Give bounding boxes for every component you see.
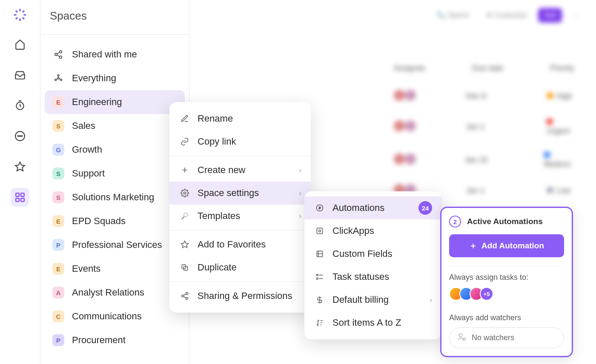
sidebar-item-label: Events bbox=[72, 263, 100, 274]
space-settings-submenu: Automations24ClickAppsCustom FieldsTask … bbox=[304, 191, 441, 339]
svg-point-2 bbox=[18, 136, 19, 136]
sidebar-item-label: Support bbox=[72, 168, 105, 179]
sidebar-item-support[interactable]: SSupport bbox=[45, 162, 185, 185]
gear-icon bbox=[180, 188, 190, 198]
menu-item-create-new[interactable]: Create new› bbox=[169, 159, 311, 182]
automations-panel: 2 Active Automations ＋ Add Automation Al… bbox=[440, 207, 573, 357]
menu-item-label: Task statuses bbox=[332, 271, 389, 282]
sidebar-item-label: Engineering bbox=[72, 97, 122, 108]
menu-divider bbox=[169, 156, 311, 156]
menu-item-add-to-favorites[interactable]: Add to Favorites bbox=[169, 233, 311, 256]
sidebar-item-label: Solutions Marketing bbox=[72, 192, 154, 203]
menu-item-label: Duplicate bbox=[198, 262, 237, 273]
menu-item-sort-items-a-to-z[interactable]: Sort items A to Z bbox=[304, 311, 441, 334]
space-badge: G bbox=[52, 144, 64, 156]
automations-title: Active Automations bbox=[467, 217, 543, 226]
grid-icon[interactable] bbox=[11, 188, 29, 207]
wand-icon bbox=[180, 211, 190, 221]
col-priority: Priority bbox=[550, 64, 574, 73]
space-badge: S bbox=[52, 120, 64, 132]
menu-item-label: Add to Favorites bbox=[198, 239, 266, 250]
dollar-icon bbox=[315, 295, 325, 305]
sidebar-item-growth[interactable]: GGrowth bbox=[45, 138, 185, 162]
chevron-right-icon: › bbox=[299, 212, 301, 221]
watchers-pill[interactable]: No watchers bbox=[449, 327, 564, 348]
customize-button[interactable]: ⚙ Customize bbox=[480, 8, 533, 23]
automations-count-badge: 2 bbox=[449, 216, 461, 228]
menu-item-task-statuses[interactable]: Task statuses bbox=[304, 265, 441, 288]
space-badge: C bbox=[52, 310, 64, 322]
sidebar-item-epd-squads[interactable]: EEPD Squads bbox=[45, 209, 185, 233]
app-icon bbox=[315, 226, 325, 236]
more-icon[interactable] bbox=[11, 127, 29, 145]
svg-point-11 bbox=[55, 53, 57, 56]
timer-icon[interactable] bbox=[11, 96, 29, 115]
copy-icon bbox=[180, 262, 190, 273]
sidebar-item-label: Analyst Relations bbox=[72, 287, 144, 298]
sidebar-item-communications[interactable]: CCommunications bbox=[45, 304, 185, 328]
home-icon[interactable] bbox=[11, 35, 29, 54]
svg-point-22 bbox=[182, 295, 184, 297]
sort-icon bbox=[315, 318, 325, 328]
svg-rect-6 bbox=[16, 193, 19, 196]
svg-marker-18 bbox=[181, 241, 189, 248]
count-badge: 24 bbox=[418, 201, 432, 215]
svg-point-15 bbox=[60, 79, 62, 81]
svg-point-17 bbox=[184, 192, 186, 194]
more-button[interactable]: ⋯ bbox=[567, 8, 586, 23]
sidebar-item-sales[interactable]: SSales bbox=[45, 114, 185, 138]
menu-item-label: ClickApps bbox=[332, 225, 374, 236]
svg-point-14 bbox=[55, 79, 57, 81]
col-assignee: Assignee bbox=[394, 64, 425, 73]
sidebar-item-procurement[interactable]: PProcurement bbox=[45, 328, 185, 352]
menu-item-copy-link[interactable]: Copy link bbox=[169, 130, 311, 153]
sidebar-title: Spaces bbox=[40, 9, 189, 35]
sidebar-item-solutions-marketing[interactable]: SSolutions Marketing bbox=[45, 185, 185, 209]
sidebar-item-engineering[interactable]: EEngineering bbox=[45, 90, 185, 114]
svg-point-3 bbox=[20, 136, 20, 136]
sidebar-item-label: Sales bbox=[72, 120, 95, 131]
menu-item-default-billing[interactable]: Default billing› bbox=[304, 288, 441, 311]
sidebar-item-label: Everything bbox=[72, 73, 116, 84]
menu-item-duplicate[interactable]: Duplicate bbox=[169, 256, 311, 279]
add-button[interactable]: Add bbox=[538, 8, 562, 23]
logo-icon bbox=[12, 7, 28, 23]
space-badge: S bbox=[52, 191, 64, 203]
user-plus-icon bbox=[457, 332, 467, 344]
menu-item-label: Templates bbox=[198, 210, 240, 222]
star-icon[interactable] bbox=[11, 157, 29, 176]
menu-item-space-settings[interactable]: Space settings› bbox=[169, 182, 311, 205]
sidebar-item-label: Communications bbox=[72, 311, 142, 322]
menu-item-label: Sharing & Permissions bbox=[198, 290, 292, 301]
pencil-icon bbox=[180, 114, 190, 124]
sidebar-item-everything[interactable]: Everything bbox=[45, 66, 185, 90]
menu-item-templates[interactable]: Templates› bbox=[169, 205, 311, 228]
menu-item-rename[interactable]: Rename bbox=[169, 107, 311, 130]
svg-point-16 bbox=[57, 77, 59, 79]
inbox-icon[interactable] bbox=[11, 65, 29, 84]
menu-item-automations[interactable]: Automations24 bbox=[304, 196, 441, 219]
sidebar-item-professional-services[interactable]: PProfessional Services bbox=[45, 233, 185, 257]
menu-item-clickapps[interactable]: ClickApps bbox=[304, 219, 441, 242]
svg-rect-29 bbox=[317, 278, 318, 279]
sidebar-item-label: EPD Squads bbox=[72, 216, 126, 227]
menu-item-custom-fields[interactable]: Custom Fields bbox=[304, 242, 441, 265]
space-badge: E bbox=[52, 263, 64, 275]
chevron-right-icon: › bbox=[299, 166, 301, 175]
svg-point-21 bbox=[186, 293, 188, 295]
space-badge: E bbox=[52, 215, 64, 227]
assignee-avatar-group[interactable]: +5 bbox=[449, 287, 564, 301]
icon-rail bbox=[0, 0, 40, 364]
sidebar-item-events[interactable]: EEvents bbox=[45, 257, 185, 281]
menu-item-sharing-permissions[interactable]: Sharing & Permissions bbox=[169, 284, 311, 307]
add-automation-button[interactable]: ＋ Add Automation bbox=[449, 234, 564, 257]
col-duedate: Due date bbox=[472, 64, 503, 73]
svg-point-23 bbox=[186, 297, 188, 299]
sidebar-item-shared-with-me[interactable]: Shared with me bbox=[45, 43, 185, 66]
sidebar-item-label: Shared with me bbox=[72, 49, 137, 60]
menu-item-label: Automations bbox=[332, 202, 384, 213]
menu-item-label: Default billing bbox=[332, 294, 389, 305]
sidebar-item-analyst-relations[interactable]: AAnalyst Relations bbox=[45, 281, 185, 304]
svg-rect-25 bbox=[317, 228, 322, 233]
search-button[interactable]: 🔍 Search bbox=[430, 8, 475, 23]
